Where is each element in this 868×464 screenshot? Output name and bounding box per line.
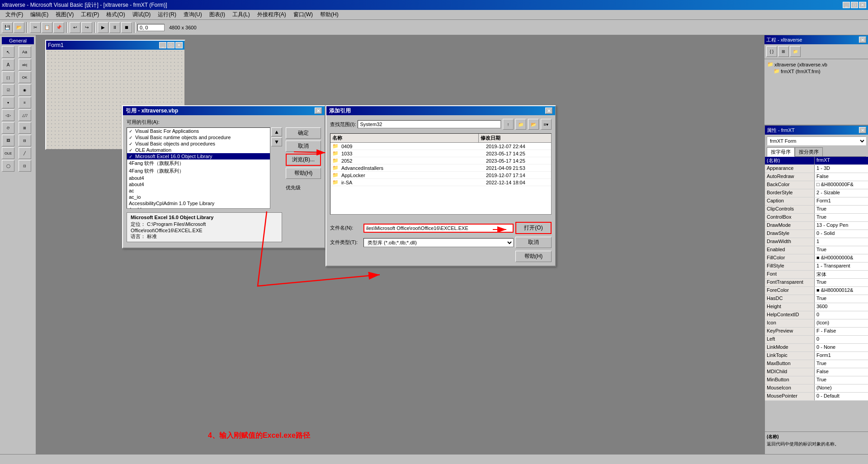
ref-item-acemgr[interactable]: AceMgr xyxy=(127,206,270,209)
prop-row-fillstyle[interactable]: FillStyle 1 - Transparent xyxy=(765,262,868,271)
addref-row-irsa[interactable]: 📁 ir-SA 2022-12-14 18:04 xyxy=(330,179,551,186)
ref-item-about4b[interactable]: about4 xyxy=(127,181,270,187)
addref-row-2052[interactable]: 📁 2052 2023-05-17 14:25 xyxy=(330,157,551,164)
tool-data[interactable]: ⊟ xyxy=(19,135,31,146)
form1-minimize[interactable]: _ xyxy=(159,42,166,48)
tool-button[interactable]: OK xyxy=(19,71,31,83)
ref-item-vba[interactable]: Visual Basic For Applications xyxy=(127,128,270,134)
form1-close[interactable]: ✕ xyxy=(175,42,183,48)
prop-row-left[interactable]: Left 0 xyxy=(765,336,868,344)
ref-list[interactable]: Visual Basic For Applications Visual Bas… xyxy=(127,127,270,209)
addref-cancel-btn[interactable]: 取消 xyxy=(515,237,552,248)
menu-view[interactable]: 视图(V) xyxy=(52,10,77,19)
toolbar-redo[interactable]: ↪ xyxy=(81,22,92,33)
project-view-code[interactable]: { } xyxy=(766,46,777,57)
search-path[interactable]: System32 xyxy=(358,120,501,128)
tool-image[interactable]: 🖼 xyxy=(2,135,14,146)
prop-row-clipcontrols[interactable]: ClipControls True xyxy=(765,206,868,214)
ref-item-4fang2[interactable]: 4Fang 软件（旗舰系列） xyxy=(127,167,270,175)
prop-row-enabled[interactable]: Enabled True xyxy=(765,246,868,254)
toolbar-stop[interactable]: ⏹ xyxy=(121,22,132,33)
prop-row-backcolor[interactable]: BackColor □ &H8000000F& xyxy=(765,181,868,189)
prop-row-controlbox[interactable]: ControlBox True xyxy=(765,214,868,222)
menu-window[interactable]: 窗口(W) xyxy=(290,10,316,19)
tool-shape[interactable]: ◯ xyxy=(2,160,14,172)
tool-line[interactable]: ╱ xyxy=(19,147,31,159)
ref-item-vbruntime[interactable]: Visual Basic runtime objects and procedu… xyxy=(127,134,270,141)
ref-item-ac[interactable]: ac xyxy=(127,187,270,194)
ref-item-about4a[interactable]: about4 xyxy=(127,175,270,181)
project-root[interactable]: 📁 xltraverse (xltraverse.vb xyxy=(766,61,866,68)
ref-item-accessibility[interactable]: AccessibilityCplAdmin 1.0 Type Library xyxy=(127,200,270,206)
menu-project[interactable]: 工程(P) xyxy=(77,10,103,19)
col-date-header[interactable]: 修改日期 xyxy=(479,134,551,142)
menu-addins[interactable]: 外接程序(A) xyxy=(254,10,290,19)
toolbar-pause[interactable]: ⏸ xyxy=(109,22,120,33)
prop-row-mouseicon[interactable]: MouseIcon (None) xyxy=(765,384,868,393)
ref-item-4fang1[interactable]: 4Fang 软件（旗舰系列） xyxy=(127,159,270,167)
prop-row-borderstyle[interactable]: BorderStyle 2 - Sizable xyxy=(765,189,868,197)
addref-close[interactable]: ✕ xyxy=(545,108,552,114)
tool-ole[interactable]: OLE xyxy=(2,147,14,159)
filetype-select[interactable]: 类型库 (*.olb;*.tlb;*.dll) xyxy=(363,238,514,247)
project-forms-folder[interactable]: 📁 frmXT (frmXT.frm) xyxy=(766,68,866,75)
toolbar-run[interactable]: ▶ xyxy=(98,22,108,33)
prop-row-maxbutton[interactable]: MaxButton True xyxy=(765,360,868,368)
prop-row-appearance[interactable]: Appearance 1 - 3D xyxy=(765,165,868,173)
close-btn[interactable]: ✕ xyxy=(859,2,866,8)
menu-chart[interactable]: 图表(I) xyxy=(206,10,229,19)
move-down-btn[interactable]: ▼ xyxy=(271,137,282,146)
prop-row-drawwidth[interactable]: DrawWidth 1 xyxy=(765,238,868,246)
menu-query[interactable]: 查询(U) xyxy=(180,10,206,19)
toolbar-save[interactable]: 💾 xyxy=(2,22,13,33)
open-btn[interactable]: 打开(O) xyxy=(515,222,552,234)
prop-row-helpcontextid[interactable]: HelpContextID 0 xyxy=(765,311,868,319)
menu-format[interactable]: 格式(O) xyxy=(103,10,128,19)
addref-row-advanced[interactable]: 📁 AdvancedInstallers 2021-04-09 21:53 xyxy=(330,164,551,172)
minimize-btn[interactable]: _ xyxy=(843,2,850,8)
toolbar-cut[interactable]: ✂ xyxy=(30,22,41,33)
addref-row-1033[interactable]: 📁 1033 2023-05-17 14:25 xyxy=(330,150,551,157)
menu-help[interactable]: 帮助(H) xyxy=(316,10,342,19)
tool-checkbox[interactable]: ☑ xyxy=(2,84,14,96)
nav-folder-btn[interactable]: 📁 xyxy=(515,119,526,130)
tool-hscroll[interactable]: ◁▷ xyxy=(2,109,14,121)
nav-newfolder-btn[interactable]: 📂 xyxy=(528,119,539,130)
tool-radio[interactable]: ◉ xyxy=(19,84,31,96)
col-name-header[interactable]: 名称 xyxy=(330,134,479,142)
move-up-btn[interactable]: ▲ xyxy=(271,127,282,136)
tool-listview[interactable]: ⊞ xyxy=(19,122,31,134)
menu-file[interactable]: 文件(F) xyxy=(2,10,27,19)
prop-row-fonttransparent[interactable]: FontTransparent True xyxy=(765,279,868,287)
addref-row-applocker[interactable]: 📁 AppLocker 2019-12-07 17:14 xyxy=(330,172,551,179)
toolbar-undo[interactable]: ↩ xyxy=(70,22,80,33)
tool-label[interactable]: A xyxy=(2,59,14,70)
ref-cancel-btn[interactable]: 取消 xyxy=(286,141,321,152)
form1-maximize[interactable]: □ xyxy=(167,42,175,48)
ref-item-vbobjects[interactable]: Visual Basic objects and procedures xyxy=(127,141,270,147)
prop-row-fillcolor[interactable]: FillColor ■ &H00000000& xyxy=(765,254,868,262)
prop-row-linktopic[interactable]: LinkTopic Form1 xyxy=(765,352,868,360)
tool-textbox[interactable]: ab| xyxy=(19,59,31,70)
prop-row-keypreview[interactable]: KeyPreview F - False xyxy=(765,328,868,336)
toolbar-copy[interactable]: 📋 xyxy=(42,22,52,33)
menu-tools[interactable]: 工具(L) xyxy=(229,10,254,19)
toolbar-open[interactable]: 📂 xyxy=(14,22,24,33)
addref-filelist[interactable]: 名称 修改日期 📁 0409 2019-12-07 22:44 📁 1033 xyxy=(330,133,552,215)
menu-run[interactable]: 运行(R) xyxy=(154,10,180,19)
project-close[interactable]: ✕ xyxy=(859,37,866,43)
filename-input[interactable] xyxy=(363,224,514,233)
view-btn[interactable]: ≡▾ xyxy=(541,119,552,130)
prop-row-height[interactable]: Height 3600 xyxy=(765,303,868,311)
tool-aa[interactable]: Aa xyxy=(19,46,31,58)
menu-edit[interactable]: 编辑(E) xyxy=(27,10,52,19)
ref-dialog-close[interactable]: ✕ xyxy=(315,108,322,114)
prop-row-mousepointer[interactable]: MousePointer 0 - Default xyxy=(765,393,868,401)
prop-object-select[interactable]: frmXT Form xyxy=(767,136,866,145)
toolbar-paste[interactable]: 📌 xyxy=(53,22,64,33)
prop-row-hasdc[interactable]: HasDC True xyxy=(765,295,868,303)
prop-row-font[interactable]: Font 宋体 xyxy=(765,271,868,279)
tool-combobox[interactable]: ▾ xyxy=(2,97,14,108)
tool-timer[interactable]: ⏱ xyxy=(2,122,14,134)
tool-listbox[interactable]: ≡ xyxy=(19,97,31,108)
